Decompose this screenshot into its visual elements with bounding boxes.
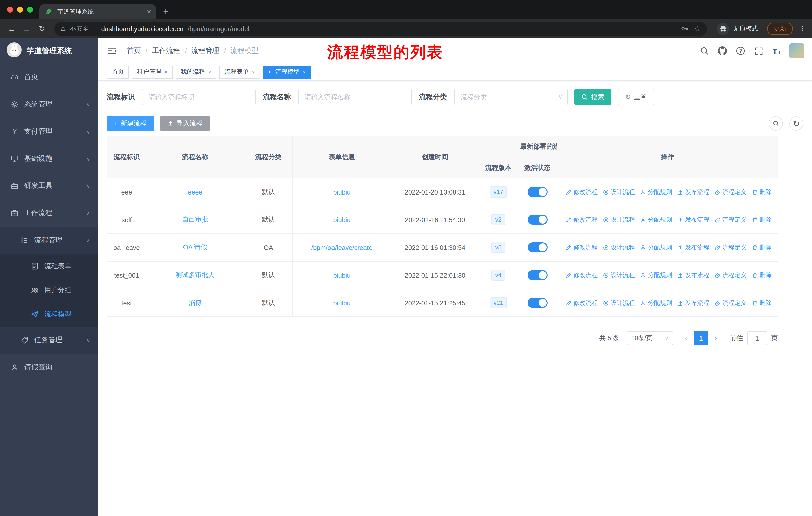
active-switch[interactable]	[527, 187, 547, 197]
op-design-link[interactable]: 设计流程	[603, 215, 635, 224]
tab-close-icon[interactable]: ×	[147, 8, 151, 15]
op-assign-link[interactable]: 分配规则	[640, 271, 672, 279]
op-edit-link[interactable]: 修改流程	[565, 215, 598, 224]
op-delete-link[interactable]: 删除	[752, 243, 772, 252]
import-process-button[interactable]: 导入流程	[160, 116, 210, 131]
op-delete-link[interactable]: 删除	[752, 299, 772, 307]
collapse-sidebar-icon[interactable]	[106, 45, 118, 57]
forward-icon[interactable]: →	[20, 24, 33, 33]
form-link[interactable]: biubiu	[333, 188, 350, 196]
op-publish-link[interactable]: 发布流程	[677, 215, 709, 224]
sidebar-item-user-group[interactable]: 用户分组	[0, 278, 98, 302]
op-delete-link[interactable]: 删除	[752, 215, 772, 224]
window-close-button[interactable]	[7, 6, 13, 12]
page-number-button[interactable]: 1	[694, 331, 708, 345]
page-size-select[interactable]: 10条/页 ∨	[627, 331, 673, 345]
tag-process-model[interactable]: ● 流程模型 ×	[263, 65, 311, 78]
form-link[interactable]: biubiu	[333, 216, 350, 223]
github-icon[interactable]	[717, 45, 728, 56]
user-avatar[interactable]	[789, 43, 805, 58]
breadcrumb-item[interactable]: 首页	[127, 46, 141, 55]
sidebar-item-home[interactable]: 首页	[0, 63, 98, 91]
op-edit-link[interactable]: 修改流程	[565, 188, 598, 196]
window-minimize-button[interactable]	[17, 6, 23, 12]
bookmark-star-icon[interactable]: ☆	[694, 24, 701, 33]
op-assign-link[interactable]: 分配规则	[640, 188, 672, 196]
sidebar-item-process-model[interactable]: 流程模型	[0, 302, 98, 327]
reset-button[interactable]: ↻ 重置	[618, 89, 655, 105]
process-name-input[interactable]	[298, 89, 412, 105]
sidebar-item-workflow[interactable]: 工作流程 ∧	[0, 199, 98, 227]
sidebar-item-process-mgmt[interactable]: 流程管理 ∧	[0, 227, 98, 254]
close-icon[interactable]: ×	[302, 69, 306, 75]
op-publish-link[interactable]: 发布流程	[677, 271, 709, 279]
process-name-link[interactable]: eeee	[188, 188, 202, 196]
refresh-table-button[interactable]: ↻	[789, 116, 804, 131]
window-zoom-button[interactable]	[27, 6, 33, 12]
search-button[interactable]: 搜索	[574, 89, 611, 105]
form-link[interactable]: biubiu	[333, 299, 350, 307]
op-design-link[interactable]: 设计流程	[603, 243, 635, 252]
sidebar-item-infra[interactable]: 基础设施 ∨	[0, 145, 98, 172]
sidebar-item-payment[interactable]: ￥ 支付管理 ∨	[0, 118, 98, 145]
active-switch[interactable]	[527, 242, 547, 252]
tag-process-form[interactable]: 流程表单 ×	[220, 65, 260, 78]
op-publish-link[interactable]: 发布流程	[677, 243, 709, 252]
back-icon[interactable]: ←	[5, 24, 18, 33]
op-definition-link[interactable]: 流程定义	[714, 299, 747, 307]
op-assign-link[interactable]: 分配规则	[640, 243, 672, 252]
process-key-input[interactable]	[142, 89, 256, 105]
op-publish-link[interactable]: 发布流程	[677, 188, 709, 196]
active-switch[interactable]	[527, 298, 547, 308]
op-delete-link[interactable]: 删除	[752, 271, 772, 279]
password-key-icon[interactable]	[680, 24, 689, 33]
sidebar-item-process-form[interactable]: 流程表单	[0, 254, 98, 278]
font-size-icon[interactable]: TT	[771, 45, 782, 56]
sidebar-item-devtools[interactable]: 研发工具 ∨	[0, 172, 98, 199]
create-process-button[interactable]: + 新建流程	[107, 116, 154, 131]
close-icon[interactable]: ×	[208, 69, 211, 75]
show-search-button[interactable]	[769, 116, 783, 131]
address-bar[interactable]: ⚠ 不安全 dashboard.yudao.iocoder.cn /bpm/ma…	[54, 22, 707, 35]
new-tab-button[interactable]: +	[163, 7, 168, 16]
op-design-link[interactable]: 设计流程	[603, 299, 635, 307]
sidebar-item-leave-query[interactable]: 请假查询	[0, 354, 98, 381]
prev-page-button[interactable]: ‹	[685, 333, 688, 343]
tag-home[interactable]: 首页	[107, 65, 129, 78]
browser-menu-icon[interactable]: ⋮	[798, 24, 807, 33]
process-name-link[interactable]: 测试多审批人	[175, 271, 215, 279]
close-icon[interactable]: ×	[164, 69, 168, 75]
browser-update-button[interactable]: 更新	[767, 23, 793, 35]
tag-tenant[interactable]: 租户管理 ×	[132, 65, 173, 78]
active-switch[interactable]	[527, 215, 547, 225]
breadcrumb-item[interactable]: 流程管理	[191, 46, 220, 55]
browser-tab[interactable]: 芋道管理系统 ×	[39, 4, 156, 19]
process-name-link[interactable]: 滔博	[188, 299, 202, 306]
op-definition-link[interactable]: 流程定义	[714, 188, 747, 196]
op-delete-link[interactable]: 删除	[752, 188, 772, 196]
search-icon[interactable]	[699, 45, 710, 56]
op-definition-link[interactable]: 流程定义	[714, 271, 747, 279]
op-publish-link[interactable]: 发布流程	[677, 299, 709, 307]
help-icon[interactable]: ?	[735, 45, 746, 56]
close-icon[interactable]: ×	[252, 69, 255, 75]
active-switch[interactable]	[527, 270, 547, 280]
process-name-link[interactable]: OA 请假	[183, 243, 207, 251]
sidebar-item-system[interactable]: 系统管理 ∨	[0, 91, 98, 118]
op-definition-link[interactable]: 流程定义	[714, 243, 747, 252]
op-assign-link[interactable]: 分配规则	[640, 215, 672, 224]
op-design-link[interactable]: 设计流程	[603, 188, 635, 196]
process-name-link[interactable]: 自己审批	[182, 216, 208, 223]
op-definition-link[interactable]: 流程定义	[714, 215, 747, 224]
fullscreen-icon[interactable]	[753, 45, 764, 56]
op-assign-link[interactable]: 分配规则	[640, 299, 672, 307]
form-link[interactable]: /bpm/oa/leave/create	[311, 244, 373, 251]
tag-my-process[interactable]: 我的流程 ×	[176, 65, 216, 78]
op-design-link[interactable]: 设计流程	[603, 271, 635, 279]
op-edit-link[interactable]: 修改流程	[565, 299, 598, 307]
reload-icon[interactable]: ↻	[35, 24, 48, 33]
sidebar-item-task-mgmt[interactable]: 任务管理 ∨	[0, 327, 98, 354]
op-edit-link[interactable]: 修改流程	[565, 271, 598, 279]
category-select[interactable]: 流程分类 ∨	[454, 89, 568, 105]
form-link[interactable]: biubiu	[333, 271, 350, 279]
